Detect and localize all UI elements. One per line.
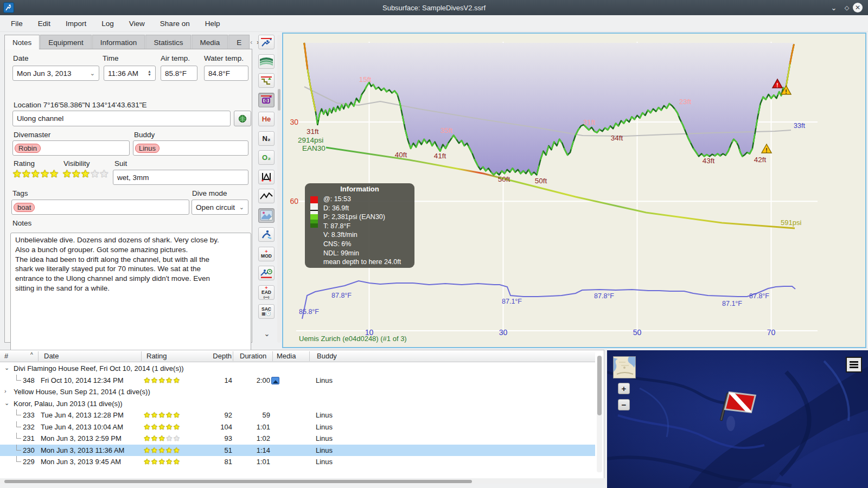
menu-share-on[interactable]: Share on (152, 17, 197, 30)
divelist-dive-row[interactable]: 231Mon Jun 3, 2013 2:59 PM★★★★★931:02Lin… (0, 433, 595, 445)
trip-title: Koror, Palau, Jun 2013 (11 dive(s)) (14, 400, 123, 408)
divelist-dive-row[interactable]: 233Tue Jun 4, 2013 12:28 PM★★★★★9259Linu… (0, 409, 595, 421)
time-spinner[interactable]: ▲▼ (148, 70, 151, 76)
map-menu-button[interactable] (846, 357, 862, 373)
menu-help[interactable]: Help (197, 17, 228, 30)
mod-icon[interactable]: +MOD (258, 247, 275, 261)
tab-information[interactable]: Information (92, 35, 145, 49)
dive-duration: 1:02 (233, 434, 270, 442)
tab-notes[interactable]: Notes (4, 35, 40, 49)
media-thumbnail-icon[interactable] (271, 377, 279, 384)
dive-number: 232 (23, 423, 35, 431)
ndl-icon[interactable] (258, 266, 275, 280)
menu-log[interactable]: Log (94, 17, 122, 30)
tab-scroll-left-icon[interactable]: ‹ (250, 38, 252, 46)
warning-triangle-icon: ! (762, 144, 771, 153)
partial-pressure-he-icon[interactable]: He (258, 112, 275, 126)
dive-buddy: Linus (316, 411, 333, 419)
tab-equipment[interactable]: Equipment (40, 35, 92, 49)
dive-list-header[interactable]: #DateRatingDepthDurationMediaBuddy^ (0, 350, 595, 362)
visibility-stars[interactable]: ★★★★★ (62, 168, 108, 180)
svg-text:50: 50 (633, 328, 642, 337)
menu-edit[interactable]: Edit (30, 17, 58, 30)
window-title: Subsurface: SampleDivesV2.ssrf (0, 4, 868, 12)
divemaster-field[interactable]: Robin (12, 140, 130, 156)
buddy-field[interactable]: Linus (133, 140, 248, 156)
divelist-dive-row[interactable]: 348Fri Oct 10, 2014 12:34 PM★★★★★142:00L… (0, 375, 595, 387)
column-header-media[interactable]: Media (277, 352, 296, 360)
divelist-trip-row[interactable]: ›Yellow House, Sun Sep 21, 2014 (1 dive(… (0, 386, 595, 398)
map-zoom-out-button[interactable]: − (618, 399, 630, 410)
airtemp-field[interactable]: 85.8°F (161, 66, 197, 81)
divemaster-chip[interactable]: Robin (15, 144, 41, 153)
rating-stars[interactable]: ★★★★★ (12, 168, 59, 180)
dive-list: #DateRatingDepthDurationMediaBuddy^ ⌄Div… (0, 350, 604, 478)
ead-icon[interactable]: +EAD(•••) (258, 285, 275, 300)
dc-ceiling-icon[interactable] (258, 93, 275, 107)
gas-change-icon[interactable] (258, 170, 275, 184)
heart-rate-icon[interactable] (258, 189, 275, 203)
location-field[interactable]: Ulong channel (12, 111, 231, 126)
dive-list-vertical-scrollbar[interactable] (597, 356, 602, 472)
suit-field[interactable]: wet, 3mm (113, 170, 248, 185)
maximize-button[interactable]: ◇ (842, 3, 852, 12)
menu-file[interactable]: File (3, 17, 30, 30)
column-header-buddy[interactable]: Buddy (317, 352, 337, 360)
calculated-ceiling-icon[interactable] (258, 73, 275, 88)
map-panel[interactable]: + − (607, 350, 868, 488)
expand-icon[interactable]: › (4, 388, 7, 394)
tab-e[interactable]: E (228, 35, 250, 49)
dive-list-horizontal-scrollbar[interactable] (0, 479, 604, 484)
svg-text:70: 70 (767, 328, 776, 337)
svg-text:31ft: 31ft (307, 127, 319, 136)
date-field[interactable]: Mon Jun 3, 2013⌄ (12, 66, 99, 81)
tags-field[interactable]: boat (11, 200, 189, 215)
sac-icon[interactable]: SAC▦🕒 (258, 304, 275, 319)
chevron-down-icon: ⌄ (90, 70, 95, 77)
collapse-icon[interactable]: ⌄ (4, 364, 9, 371)
divemode-select[interactable]: Open circuit⌄ (192, 200, 248, 215)
column-header-rating[interactable]: Rating (146, 352, 167, 360)
buddy-chip[interactable]: Linus (135, 144, 159, 153)
minimize-button[interactable]: ⌄ (829, 3, 839, 12)
divelist-dive-row[interactable]: 232Tue Jun 4, 2013 10:04 AM★★★★★1041:01L… (0, 421, 595, 433)
column-header-num[interactable]: # (4, 352, 8, 360)
tank-pressure-icon[interactable] (258, 227, 275, 242)
panel-scrollbar[interactable] (277, 35, 281, 343)
partial-pressure-o2-icon[interactable]: O₂ (258, 150, 275, 165)
column-header-duration[interactable]: Duration (240, 352, 266, 360)
water-salinity-icon[interactable] (258, 54, 275, 69)
watertemp-field[interactable]: 84.8°F (204, 66, 248, 81)
exclamation: ! (765, 147, 767, 153)
map-overview-thumbnail[interactable] (613, 356, 636, 378)
airtemp-label: Air temp. (161, 54, 190, 62)
menu-import[interactable]: Import (58, 17, 94, 30)
divelist-trip-row[interactable]: ⌄Koror, Palau, Jun 2013 (11 dive(s)) (0, 398, 595, 410)
toolbar-scroll-down-icon[interactable]: ⌄ (259, 330, 275, 339)
partial-pressure-n2-icon[interactable]: N₂ (258, 131, 275, 146)
notes-textarea[interactable]: Unbelievable dive. Dozens and dozens of … (10, 233, 251, 356)
menu-view[interactable]: View (122, 17, 152, 30)
tree-branch (16, 456, 21, 462)
divelist-trip-row[interactable]: ⌄Divi Flamingo House Reef, Fri Oct 10, 2… (0, 363, 595, 375)
time-field[interactable]: 11:36 AM▲▼ (104, 66, 156, 81)
dive-mode-icon[interactable] (258, 35, 275, 49)
divemode-label: Dive mode (192, 189, 227, 197)
column-header-depth[interactable]: Depth (213, 352, 232, 360)
close-button[interactable]: ✕ (853, 3, 863, 12)
divelist-dive-row[interactable]: 230Mon Jun 3, 2013 11:36 AM★★★★★511:14Li… (0, 445, 595, 457)
watertemp-label: Water temp. (204, 54, 244, 62)
map-zoom-in-button[interactable]: + (618, 383, 630, 394)
photos-icon[interactable] (258, 208, 275, 223)
globe-button[interactable] (234, 111, 251, 126)
collapse-icon[interactable]: ⌄ (4, 400, 9, 407)
svg-text:87.8°F: 87.8°F (594, 292, 614, 300)
trip-title: Yellow House, Sun Sep 21, 2014 (1 dive(s… (14, 388, 150, 396)
svg-text:43ft: 43ft (703, 157, 715, 165)
divelist-dive-row[interactable]: 229Mon Jun 3, 2013 9:45 AM★★★★★811:01Lin… (0, 456, 595, 468)
tab-statistics[interactable]: Statistics (145, 35, 191, 49)
svg-text:87.1°F: 87.1°F (722, 300, 742, 307)
tag-chip[interactable]: boat (14, 203, 35, 212)
column-header-date[interactable]: Date (44, 352, 59, 360)
tab-media[interactable]: Media (192, 35, 228, 49)
